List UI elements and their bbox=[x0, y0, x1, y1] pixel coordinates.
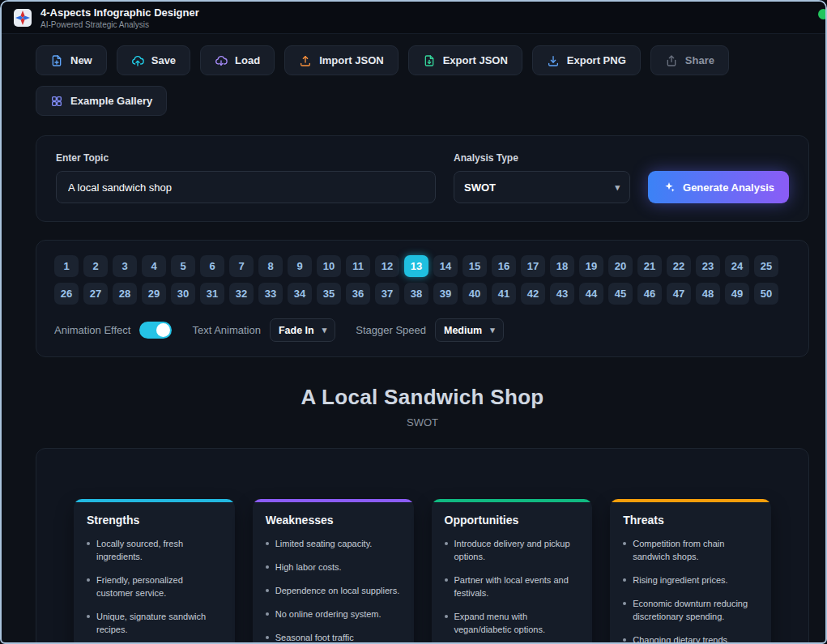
list-item: Introduce delivery and pickup options. bbox=[445, 538, 580, 564]
bullet-dot bbox=[87, 615, 90, 618]
slide-number-button-50[interactable]: 50 bbox=[754, 283, 778, 305]
list-item: Economic downturn reducing discretionary… bbox=[623, 598, 758, 624]
slide-number-button-28[interactable]: 28 bbox=[113, 283, 137, 305]
save-label: Save bbox=[151, 54, 176, 66]
file-plus-icon bbox=[50, 54, 63, 67]
sparkles-icon bbox=[663, 181, 676, 194]
list-item: Competition from chain sandwich shops. bbox=[623, 538, 758, 564]
bullet-dot bbox=[266, 542, 269, 545]
slide-number-button-43[interactable]: 43 bbox=[550, 283, 574, 305]
slide-number-button-15[interactable]: 15 bbox=[463, 255, 487, 277]
slide-number-button-30[interactable]: 30 bbox=[171, 283, 195, 305]
quadrant-card-strengths: StrengthsLocally sourced, fresh ingredie… bbox=[74, 499, 235, 644]
slide-number-button-19[interactable]: 19 bbox=[579, 255, 603, 277]
import-json-button[interactable]: Import JSON bbox=[284, 45, 398, 75]
list-item-text: High labor costs. bbox=[275, 561, 342, 574]
slide-number-button-4[interactable]: 4 bbox=[142, 255, 166, 277]
slide-number-button-23[interactable]: 23 bbox=[696, 255, 720, 277]
new-button[interactable]: New bbox=[36, 45, 107, 75]
list-item-text: Rising ingredient prices. bbox=[633, 574, 727, 587]
quadrant-list: Locally sourced, fresh ingredients.Frien… bbox=[87, 538, 222, 644]
preview-subtitle: SWOT bbox=[36, 416, 809, 429]
slide-number-button-47[interactable]: 47 bbox=[667, 283, 691, 305]
analysis-type-select[interactable]: SWOT ▾ bbox=[454, 171, 630, 203]
quadrant-card-weaknesses: WeaknessesLimited seating capacity.High … bbox=[253, 499, 414, 644]
slide-number-button-22[interactable]: 22 bbox=[667, 255, 691, 277]
animation-controls-row: Animation Effect Text Animation Fade In … bbox=[54, 318, 791, 342]
slide-number-button-10[interactable]: 10 bbox=[317, 255, 341, 277]
toolbar-row-1: NewSaveLoadImport JSONExport JSONExport … bbox=[36, 45, 809, 75]
quadrant-list: Introduce delivery and pickup options.Pa… bbox=[445, 538, 580, 644]
bullet-dot bbox=[445, 578, 448, 582]
slide-number-button-5[interactable]: 5 bbox=[171, 255, 195, 277]
slide-number-button-11[interactable]: 11 bbox=[346, 255, 370, 277]
load-button[interactable]: Load bbox=[200, 45, 275, 75]
list-item: High labor costs. bbox=[266, 561, 401, 574]
slide-number-button-48[interactable]: 48 bbox=[696, 283, 720, 305]
slide-number-button-46[interactable]: 46 bbox=[637, 283, 662, 305]
new-label: New bbox=[70, 54, 92, 66]
slide-number-button-32[interactable]: 32 bbox=[229, 283, 254, 305]
topic-field: Enter Topic bbox=[56, 152, 436, 203]
slide-number-button-24[interactable]: 24 bbox=[725, 255, 749, 277]
slide-number-button-36[interactable]: 36 bbox=[346, 283, 370, 305]
slide-number-button-2[interactable]: 2 bbox=[83, 255, 108, 277]
slide-number-button-35[interactable]: 35 bbox=[317, 283, 341, 305]
slide-number-button-44[interactable]: 44 bbox=[579, 283, 603, 305]
list-item: Dependence on local suppliers. bbox=[266, 585, 401, 598]
quadrant-list: Competition from chain sandwich shops.Ri… bbox=[623, 538, 758, 644]
export-json-label: Export JSON bbox=[443, 54, 508, 66]
toggle-knob bbox=[156, 323, 170, 337]
slide-number-button-38[interactable]: 38 bbox=[404, 283, 428, 305]
save-button[interactable]: Save bbox=[117, 45, 190, 75]
generate-analysis-button[interactable]: Generate Analysis bbox=[648, 171, 789, 203]
stagger-speed-select[interactable]: Medium ▾ bbox=[435, 318, 504, 342]
bullet-dot bbox=[623, 578, 626, 582]
animation-effect-label: Animation Effect bbox=[54, 324, 130, 336]
slide-number-button-31[interactable]: 31 bbox=[200, 283, 224, 305]
list-item: Locally sourced, fresh ingredients. bbox=[87, 538, 222, 564]
share-button[interactable]: Share bbox=[650, 45, 729, 75]
slide-number-button-33[interactable]: 33 bbox=[258, 283, 283, 305]
slide-number-button-17[interactable]: 17 bbox=[521, 255, 545, 277]
slide-number-button-45[interactable]: 45 bbox=[608, 283, 633, 305]
slide-number-button-37[interactable]: 37 bbox=[375, 283, 399, 305]
slide-number-button-6[interactable]: 6 bbox=[200, 255, 224, 277]
slide-number-button-26[interactable]: 26 bbox=[54, 283, 79, 305]
list-item-text: Friendly, personalized customer service. bbox=[96, 574, 222, 600]
slide-number-button-39[interactable]: 39 bbox=[433, 283, 458, 305]
slide-number-button-40[interactable]: 40 bbox=[463, 283, 487, 305]
list-item: Unique, signature sandwich recipes. bbox=[87, 611, 222, 637]
slide-number-button-18[interactable]: 18 bbox=[550, 255, 574, 277]
slide-number-button-13[interactable]: 13 bbox=[404, 255, 428, 277]
slide-number-button-49[interactable]: 49 bbox=[725, 283, 749, 305]
slide-number-button-3[interactable]: 3 bbox=[113, 255, 137, 277]
slide-number-button-41[interactable]: 41 bbox=[492, 283, 516, 305]
example-gallery-button[interactable]: Example Gallery bbox=[36, 86, 167, 116]
animation-effect-toggle[interactable] bbox=[139, 322, 172, 339]
slide-number-button-29[interactable]: 29 bbox=[142, 283, 166, 305]
slide-number-button-34[interactable]: 34 bbox=[288, 283, 312, 305]
slide-number-button-14[interactable]: 14 bbox=[433, 255, 458, 277]
bullet-dot bbox=[87, 578, 90, 582]
list-item: Limited seating capacity. bbox=[266, 538, 401, 551]
slide-number-button-16[interactable]: 16 bbox=[492, 255, 516, 277]
slide-number-button-21[interactable]: 21 bbox=[637, 255, 662, 277]
chevron-down-icon: ▾ bbox=[322, 325, 327, 335]
topic-input[interactable] bbox=[56, 171, 436, 203]
text-animation-select[interactable]: Fade In ▾ bbox=[270, 318, 335, 342]
export-json-button[interactable]: Export JSON bbox=[408, 45, 522, 75]
export-png-button[interactable]: Export PNG bbox=[532, 45, 641, 75]
slide-number-button-9[interactable]: 9 bbox=[288, 255, 312, 277]
slide-number-button-27[interactable]: 27 bbox=[83, 283, 108, 305]
slide-number-button-7[interactable]: 7 bbox=[229, 255, 254, 277]
quadrant-title: Threats bbox=[623, 514, 758, 527]
slide-number-button-42[interactable]: 42 bbox=[521, 283, 545, 305]
slide-number-button-20[interactable]: 20 bbox=[608, 255, 633, 277]
slide-number-button-8[interactable]: 8 bbox=[258, 255, 283, 277]
bullet-dot bbox=[445, 615, 448, 618]
slide-number-button-1[interactable]: 1 bbox=[54, 255, 79, 277]
slide-number-button-12[interactable]: 12 bbox=[375, 255, 399, 277]
slide-number-button-25[interactable]: 25 bbox=[754, 255, 778, 277]
list-item: No online ordering system. bbox=[266, 608, 401, 621]
